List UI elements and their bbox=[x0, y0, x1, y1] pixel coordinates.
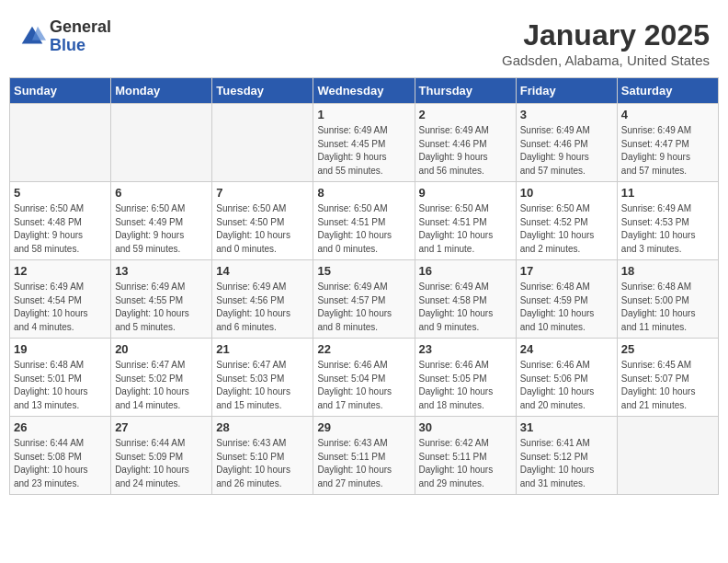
weekday-header-cell: Monday bbox=[111, 78, 212, 104]
calendar-day-cell bbox=[212, 104, 313, 182]
weekday-header-cell: Thursday bbox=[415, 78, 516, 104]
day-number: 12 bbox=[14, 264, 107, 278]
logo-general-text: General bbox=[50, 18, 111, 37]
calendar-day-cell bbox=[617, 417, 718, 495]
day-info: Sunrise: 6:43 AM Sunset: 5:10 PM Dayligh… bbox=[216, 437, 309, 490]
weekday-header-cell: Saturday bbox=[617, 78, 718, 104]
calendar-table: SundayMondayTuesdayWednesdayThursdayFrid… bbox=[9, 77, 719, 495]
day-info: Sunrise: 6:50 AM Sunset: 4:52 PM Dayligh… bbox=[520, 202, 613, 256]
weekday-header-row: SundayMondayTuesdayWednesdayThursdayFrid… bbox=[10, 78, 719, 104]
day-info: Sunrise: 6:49 AM Sunset: 4:54 PM Dayligh… bbox=[14, 281, 107, 334]
calendar-week-row: 5Sunrise: 6:50 AM Sunset: 4:48 PM Daylig… bbox=[10, 182, 719, 260]
day-number: 5 bbox=[14, 186, 107, 200]
day-info: Sunrise: 6:44 AM Sunset: 5:09 PM Dayligh… bbox=[115, 437, 208, 490]
logo-blue-text: Blue bbox=[50, 37, 111, 55]
day-number: 30 bbox=[419, 420, 512, 434]
calendar-week-row: 1Sunrise: 6:49 AM Sunset: 4:45 PM Daylig… bbox=[10, 104, 719, 182]
day-info: Sunrise: 6:49 AM Sunset: 4:47 PM Dayligh… bbox=[621, 124, 714, 178]
day-number: 27 bbox=[115, 420, 208, 434]
logo: General Blue bbox=[18, 18, 111, 55]
calendar-day-cell: 26Sunrise: 6:44 AM Sunset: 5:08 PM Dayli… bbox=[10, 417, 111, 495]
day-number: 22 bbox=[317, 342, 410, 356]
day-number: 25 bbox=[621, 342, 714, 356]
day-info: Sunrise: 6:49 AM Sunset: 4:57 PM Dayligh… bbox=[317, 281, 410, 334]
day-info: Sunrise: 6:47 AM Sunset: 5:03 PM Dayligh… bbox=[216, 359, 309, 412]
day-info: Sunrise: 6:46 AM Sunset: 5:04 PM Dayligh… bbox=[317, 359, 410, 412]
calendar-day-cell: 24Sunrise: 6:46 AM Sunset: 5:06 PM Dayli… bbox=[516, 339, 617, 417]
day-number: 24 bbox=[520, 342, 613, 356]
day-info: Sunrise: 6:48 AM Sunset: 5:00 PM Dayligh… bbox=[621, 281, 714, 334]
day-info: Sunrise: 6:41 AM Sunset: 5:12 PM Dayligh… bbox=[520, 437, 613, 490]
calendar-day-cell: 18Sunrise: 6:48 AM Sunset: 5:00 PM Dayli… bbox=[617, 260, 718, 339]
calendar-day-cell: 14Sunrise: 6:49 AM Sunset: 4:56 PM Dayli… bbox=[212, 260, 313, 339]
calendar-day-cell: 13Sunrise: 6:49 AM Sunset: 4:55 PM Dayli… bbox=[111, 260, 212, 339]
day-number: 20 bbox=[115, 342, 208, 356]
calendar-day-cell: 12Sunrise: 6:49 AM Sunset: 4:54 PM Dayli… bbox=[10, 260, 111, 339]
day-number: 7 bbox=[216, 186, 309, 200]
day-number: 11 bbox=[621, 186, 714, 200]
calendar-day-cell: 19Sunrise: 6:48 AM Sunset: 5:01 PM Dayli… bbox=[10, 339, 111, 417]
day-number: 19 bbox=[14, 342, 107, 356]
calendar-day-cell: 3Sunrise: 6:49 AM Sunset: 4:46 PM Daylig… bbox=[516, 104, 617, 182]
day-info: Sunrise: 6:47 AM Sunset: 5:02 PM Dayligh… bbox=[115, 359, 208, 412]
calendar-day-cell: 7Sunrise: 6:50 AM Sunset: 4:50 PM Daylig… bbox=[212, 182, 313, 260]
day-number: 18 bbox=[621, 264, 714, 278]
calendar-day-cell: 17Sunrise: 6:48 AM Sunset: 4:59 PM Dayli… bbox=[516, 260, 617, 339]
day-info: Sunrise: 6:49 AM Sunset: 4:46 PM Dayligh… bbox=[419, 124, 512, 178]
day-info: Sunrise: 6:50 AM Sunset: 4:50 PM Dayligh… bbox=[216, 202, 309, 256]
calendar-day-cell: 1Sunrise: 6:49 AM Sunset: 4:45 PM Daylig… bbox=[313, 104, 415, 182]
calendar-location: Gadsden, Alabama, United States bbox=[502, 52, 710, 68]
day-number: 4 bbox=[621, 108, 714, 121]
day-number: 2 bbox=[419, 108, 512, 121]
calendar-week-row: 12Sunrise: 6:49 AM Sunset: 4:54 PM Dayli… bbox=[10, 260, 719, 339]
day-info: Sunrise: 6:45 AM Sunset: 5:07 PM Dayligh… bbox=[621, 359, 714, 412]
day-info: Sunrise: 6:46 AM Sunset: 5:05 PM Dayligh… bbox=[419, 359, 512, 412]
day-info: Sunrise: 6:50 AM Sunset: 4:51 PM Dayligh… bbox=[419, 202, 512, 256]
calendar-title: January 2025 bbox=[502, 18, 710, 52]
calendar-day-cell: 6Sunrise: 6:50 AM Sunset: 4:49 PM Daylig… bbox=[111, 182, 212, 260]
day-info: Sunrise: 6:50 AM Sunset: 4:51 PM Dayligh… bbox=[317, 202, 410, 256]
calendar-day-cell: 10Sunrise: 6:50 AM Sunset: 4:52 PM Dayli… bbox=[516, 182, 617, 260]
weekday-header-cell: Wednesday bbox=[313, 78, 415, 104]
page-header: General Blue January 2025 Gadsden, Alaba… bbox=[9, 9, 719, 73]
day-info: Sunrise: 6:43 AM Sunset: 5:11 PM Dayligh… bbox=[317, 437, 410, 490]
calendar-day-cell: 11Sunrise: 6:49 AM Sunset: 4:53 PM Dayli… bbox=[617, 182, 718, 260]
day-number: 14 bbox=[216, 264, 309, 278]
calendar-day-cell: 28Sunrise: 6:43 AM Sunset: 5:10 PM Dayli… bbox=[212, 417, 313, 495]
day-info: Sunrise: 6:48 AM Sunset: 4:59 PM Dayligh… bbox=[520, 281, 613, 334]
day-number: 1 bbox=[317, 108, 410, 121]
day-number: 26 bbox=[14, 420, 107, 434]
day-number: 31 bbox=[520, 420, 613, 434]
day-info: Sunrise: 6:50 AM Sunset: 4:48 PM Dayligh… bbox=[14, 202, 107, 256]
day-info: Sunrise: 6:42 AM Sunset: 5:11 PM Dayligh… bbox=[419, 437, 512, 490]
day-info: Sunrise: 6:49 AM Sunset: 4:58 PM Dayligh… bbox=[419, 281, 512, 334]
day-number: 10 bbox=[520, 186, 613, 200]
day-number: 9 bbox=[419, 186, 512, 200]
day-info: Sunrise: 6:46 AM Sunset: 5:06 PM Dayligh… bbox=[520, 359, 613, 412]
calendar-day-cell: 9Sunrise: 6:50 AM Sunset: 4:51 PM Daylig… bbox=[415, 182, 516, 260]
calendar-day-cell: 23Sunrise: 6:46 AM Sunset: 5:05 PM Dayli… bbox=[415, 339, 516, 417]
day-number: 28 bbox=[216, 420, 309, 434]
day-number: 3 bbox=[520, 108, 613, 121]
weekday-header-cell: Friday bbox=[516, 78, 617, 104]
day-number: 13 bbox=[115, 264, 208, 278]
day-number: 15 bbox=[317, 264, 410, 278]
day-number: 16 bbox=[419, 264, 512, 278]
day-info: Sunrise: 6:49 AM Sunset: 4:45 PM Dayligh… bbox=[317, 124, 410, 178]
weekday-header-cell: Tuesday bbox=[212, 78, 313, 104]
calendar-day-cell: 25Sunrise: 6:45 AM Sunset: 5:07 PM Dayli… bbox=[617, 339, 718, 417]
title-block: January 2025 Gadsden, Alabama, United St… bbox=[502, 18, 710, 68]
calendar-day-cell: 21Sunrise: 6:47 AM Sunset: 5:03 PM Dayli… bbox=[212, 339, 313, 417]
weekday-header-cell: Sunday bbox=[10, 78, 111, 104]
calendar-day-cell: 8Sunrise: 6:50 AM Sunset: 4:51 PM Daylig… bbox=[313, 182, 415, 260]
day-info: Sunrise: 6:49 AM Sunset: 4:53 PM Dayligh… bbox=[621, 202, 714, 256]
calendar-day-cell: 29Sunrise: 6:43 AM Sunset: 5:11 PM Dayli… bbox=[313, 417, 415, 495]
calendar-day-cell bbox=[111, 104, 212, 182]
day-info: Sunrise: 6:49 AM Sunset: 4:46 PM Dayligh… bbox=[520, 124, 613, 178]
calendar-day-cell: 20Sunrise: 6:47 AM Sunset: 5:02 PM Dayli… bbox=[111, 339, 212, 417]
calendar-week-row: 26Sunrise: 6:44 AM Sunset: 5:08 PM Dayli… bbox=[10, 417, 719, 495]
day-number: 23 bbox=[419, 342, 512, 356]
day-number: 21 bbox=[216, 342, 309, 356]
calendar-day-cell: 22Sunrise: 6:46 AM Sunset: 5:04 PM Dayli… bbox=[313, 339, 415, 417]
day-info: Sunrise: 6:48 AM Sunset: 5:01 PM Dayligh… bbox=[14, 359, 107, 412]
